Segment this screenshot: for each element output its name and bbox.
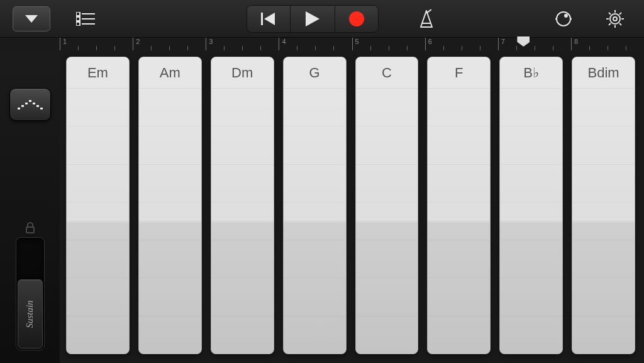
chord-strip[interactable]: Bdim	[572, 57, 635, 354]
sustain-slider-handle[interactable]: Sustain	[18, 279, 43, 349]
settings-button[interactable]	[599, 6, 631, 31]
chord-cell[interactable]	[500, 240, 562, 277]
chord-cell[interactable]	[139, 240, 201, 277]
chord-cell[interactable]	[139, 316, 201, 354]
metronome-icon	[418, 9, 435, 28]
chord-cell[interactable]	[572, 126, 635, 164]
svg-line-25	[619, 23, 621, 25]
chord-cell[interactable]	[211, 240, 274, 277]
chord-strip[interactable]: Am	[138, 57, 202, 354]
chord-cell[interactable]	[67, 316, 129, 354]
chord-cell[interactable]	[139, 126, 201, 164]
ruler-segment[interactable]: 2	[133, 38, 206, 50]
master-fx-button[interactable]	[547, 6, 580, 31]
chord-cell[interactable]	[139, 89, 201, 126]
chord-cell[interactable]	[284, 240, 346, 277]
chord-cell[interactable]	[211, 89, 274, 126]
chord-cell[interactable]	[67, 126, 129, 164]
chord-cell[interactable]	[211, 164, 274, 202]
chord-cell[interactable]	[67, 240, 129, 277]
chord-cell[interactable]	[284, 316, 346, 354]
chord-cell[interactable]	[428, 202, 490, 240]
ruler-bar-number: 3	[209, 38, 213, 45]
chord-cell[interactable]	[356, 277, 418, 315]
chord-body[interactable]	[500, 89, 562, 354]
chord-cell[interactable]	[139, 277, 201, 315]
record-button[interactable]	[335, 5, 379, 33]
chord-cell[interactable]	[356, 164, 418, 202]
svg-line-27	[609, 23, 611, 25]
chord-cell[interactable]	[572, 240, 635, 277]
ruler-segment[interactable]: 3	[206, 38, 279, 50]
chord-cell[interactable]	[356, 126, 418, 164]
chord-cell[interactable]	[67, 89, 129, 126]
chord-body[interactable]	[67, 89, 129, 354]
chord-strip[interactable]: Dm	[211, 57, 274, 354]
chord-cell[interactable]	[139, 164, 201, 202]
sustain-slider-track[interactable]: Sustain	[16, 237, 45, 350]
metronome-button[interactable]	[410, 6, 443, 31]
chord-strip[interactable]: F	[427, 57, 491, 354]
chord-body[interactable]	[139, 89, 201, 354]
chord-cell[interactable]	[356, 202, 418, 240]
chord-cell[interactable]	[500, 126, 562, 164]
chord-cell[interactable]	[572, 164, 635, 202]
chord-cell[interactable]	[428, 240, 490, 277]
chord-cell[interactable]	[284, 202, 346, 240]
chord-cell[interactable]	[356, 240, 418, 277]
chord-cell[interactable]	[67, 202, 129, 240]
chord-body[interactable]	[284, 89, 346, 354]
chord-cell[interactable]	[356, 316, 418, 354]
rewind-icon	[261, 13, 276, 25]
ruler-segment[interactable]: 5	[352, 38, 425, 50]
chord-cell[interactable]	[211, 126, 274, 164]
chord-cell[interactable]	[67, 277, 129, 315]
chord-strip[interactable]: C	[355, 57, 419, 354]
svg-rect-28	[18, 108, 20, 109]
chord-body[interactable]	[356, 89, 418, 354]
chord-cell[interactable]	[139, 202, 201, 240]
chord-cell[interactable]	[211, 277, 274, 315]
chord-cell[interactable]	[500, 202, 562, 240]
chord-cell[interactable]	[284, 277, 346, 315]
ruler-segment[interactable]: 6	[425, 38, 498, 50]
chord-cell[interactable]	[211, 316, 274, 354]
ruler-segment[interactable]: 4	[279, 38, 352, 50]
chord-cell[interactable]	[500, 316, 562, 354]
chord-body[interactable]	[211, 89, 274, 354]
arpeggiator-icon	[18, 99, 43, 110]
ruler-bar-number: 4	[282, 38, 286, 45]
chord-strip[interactable]: B♭	[499, 57, 563, 354]
chord-cell[interactable]	[500, 89, 562, 126]
chord-cell[interactable]	[211, 202, 274, 240]
instrument-dropdown-button[interactable]	[13, 6, 50, 31]
tracks-view-button[interactable]	[69, 6, 102, 31]
chord-body[interactable]	[428, 89, 490, 354]
chord-body[interactable]	[572, 89, 635, 354]
chord-cell[interactable]	[500, 164, 562, 202]
ruler-segment[interactable]: 7	[498, 38, 571, 50]
chord-cell[interactable]	[284, 89, 346, 126]
arpeggiator-button[interactable]	[9, 88, 51, 121]
chord-cell[interactable]	[284, 164, 346, 202]
chord-cell[interactable]	[428, 164, 490, 202]
chord-cell[interactable]	[428, 316, 490, 354]
chord-cell[interactable]	[572, 316, 635, 354]
chord-strip[interactable]: Em	[66, 57, 130, 354]
chord-cell[interactable]	[572, 89, 635, 126]
chord-cell[interactable]	[67, 164, 129, 202]
play-button[interactable]	[291, 5, 335, 33]
chord-strip[interactable]: G	[283, 57, 347, 354]
ruler-segment[interactable]: 8	[571, 38, 644, 50]
chord-cell[interactable]	[428, 126, 490, 164]
chord-cell[interactable]	[284, 126, 346, 164]
chord-cell[interactable]	[428, 89, 490, 126]
timeline-ruler[interactable]: 12345678	[60, 38, 644, 50]
rewind-button[interactable]	[247, 5, 291, 33]
chord-cell[interactable]	[428, 277, 490, 315]
chord-cell[interactable]	[500, 277, 562, 315]
ruler-segment[interactable]: 1	[60, 38, 133, 50]
chord-cell[interactable]	[572, 202, 635, 240]
chord-cell[interactable]	[356, 89, 418, 126]
chord-cell[interactable]	[572, 277, 635, 315]
